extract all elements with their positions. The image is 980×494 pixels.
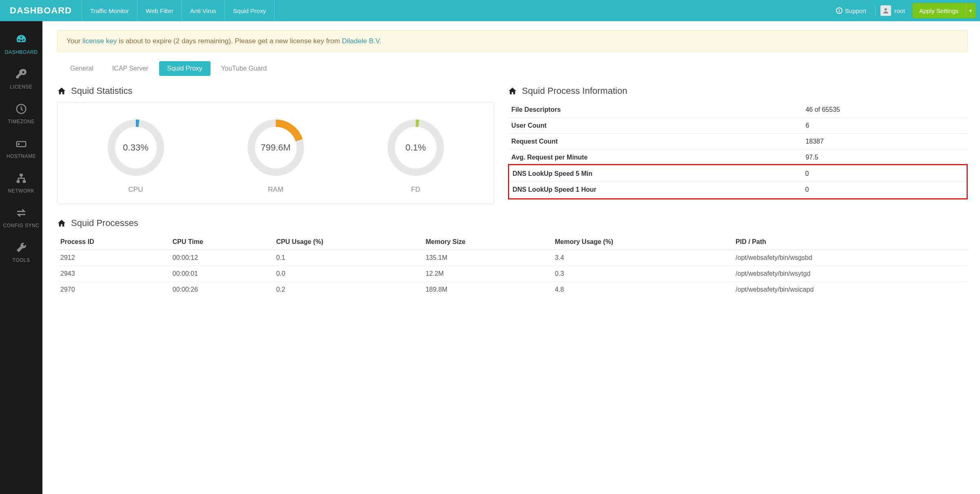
column-header: PID / Path bbox=[732, 234, 968, 250]
table-cell: 189.8M bbox=[422, 282, 552, 298]
dns-highlight-box: DNS LookUp Speed 5 Min0DNS LookUp Speed … bbox=[508, 164, 968, 199]
info-row: Request Count18387 bbox=[508, 134, 968, 150]
donut-value: 799.6M bbox=[245, 117, 306, 178]
sidebar-item-network[interactable]: NETWORK bbox=[0, 166, 42, 200]
vendor-link[interactable]: Diladele B.V. bbox=[342, 37, 381, 45]
donut-chart: 0.33% bbox=[105, 117, 166, 178]
key-icon bbox=[15, 68, 27, 82]
topnav-item-anti-virus[interactable]: Anti Virus bbox=[182, 0, 225, 21]
sidebar-item-timezone[interactable]: TIMEZONE bbox=[0, 96, 42, 131]
tab-icap-server[interactable]: ICAP Server bbox=[104, 61, 157, 76]
svg-rect-8 bbox=[17, 180, 20, 183]
user-menu[interactable]: root bbox=[880, 5, 907, 16]
license-key-link[interactable]: license key bbox=[82, 37, 117, 45]
table-cell: 12.2M bbox=[422, 266, 552, 282]
column-header: Process ID bbox=[57, 234, 169, 250]
info-key: Avg. Request per Minute bbox=[508, 150, 802, 166]
sidebar-label: HOSTNAME bbox=[7, 153, 36, 159]
table-row: 291200:00:120.1135.1M3.4/opt/websafety/b… bbox=[57, 250, 968, 266]
sidebar-label: TOOLS bbox=[13, 257, 30, 263]
column-header: CPU Usage (%) bbox=[273, 234, 422, 250]
table-cell: 00:00:12 bbox=[169, 250, 273, 266]
sidebar-item-dashboard[interactable]: DASHBOARD bbox=[0, 27, 42, 62]
svg-point-3 bbox=[885, 8, 887, 11]
topnav-item-squid-proxy[interactable]: Squid Proxy bbox=[225, 0, 275, 21]
main-content: Your license key is about to expire (2 d… bbox=[42, 21, 980, 494]
svg-rect-2 bbox=[839, 9, 840, 10]
svg-rect-7 bbox=[20, 174, 23, 176]
tab-general[interactable]: General bbox=[62, 61, 102, 76]
sidebar-item-tools[interactable]: TOOLS bbox=[0, 235, 42, 270]
table-cell: 0.2 bbox=[273, 282, 422, 298]
squid-processes-title: Squid Processes bbox=[57, 218, 968, 228]
user-name: root bbox=[894, 7, 905, 14]
squid-process-info-title: Squid Process Information bbox=[508, 86, 968, 96]
avatar-icon bbox=[880, 5, 891, 16]
donut-chart: 0.1% bbox=[385, 117, 446, 178]
home-icon bbox=[508, 86, 517, 95]
process-info-highlight-table: DNS LookUp Speed 5 Min0DNS LookUp Speed … bbox=[509, 166, 967, 197]
table-cell: 0.3 bbox=[552, 266, 732, 282]
donut-label: FD bbox=[411, 186, 420, 194]
table-cell: 3.4 bbox=[552, 250, 732, 266]
gauge-icon bbox=[15, 33, 27, 47]
apply-settings-button[interactable]: Apply Settings bbox=[912, 3, 965, 18]
table-cell: 2970 bbox=[57, 282, 169, 298]
info-value: 46 of 65535 bbox=[802, 102, 968, 118]
donut-fd: 0.1%FD bbox=[385, 117, 446, 194]
sidebar-label: CONFIG SYNC bbox=[3, 223, 40, 228]
donut-chart: 799.6M bbox=[245, 117, 306, 178]
brand-logo[interactable]: DASHBOARD bbox=[0, 0, 82, 21]
sidebar-label: TIMEZONE bbox=[8, 119, 35, 124]
topnav-item-web-filter[interactable]: Web Filter bbox=[137, 0, 182, 21]
support-link[interactable]: Support bbox=[832, 7, 871, 14]
column-header: Memory Usage (%) bbox=[552, 234, 732, 250]
info-value: 18387 bbox=[802, 134, 968, 150]
svg-point-6 bbox=[18, 144, 20, 145]
divider bbox=[875, 5, 876, 16]
support-label: Support bbox=[845, 7, 867, 14]
donut-label: CPU bbox=[129, 186, 143, 194]
donut-value: 0.1% bbox=[385, 117, 446, 178]
info-key: User Count bbox=[508, 118, 802, 134]
info-value: 6 bbox=[802, 118, 968, 134]
info-key: Request Count bbox=[508, 134, 802, 150]
sidebar-item-license[interactable]: LICENSE bbox=[0, 62, 42, 96]
topnav-item-traffic-monitor[interactable]: Traffic Monitor bbox=[82, 0, 137, 21]
sidebar-item-config-sync[interactable]: CONFIG SYNC bbox=[0, 200, 42, 235]
donut-ram: 799.6MRAM bbox=[245, 117, 306, 194]
table-cell: 2943 bbox=[57, 266, 169, 282]
svg-rect-9 bbox=[23, 180, 26, 183]
info-key: DNS LookUp Speed 5 Min bbox=[509, 166, 802, 182]
donut-label: RAM bbox=[268, 186, 284, 194]
table-cell: /opt/websafety/bin/wsytgd bbox=[732, 266, 968, 282]
clock-icon bbox=[15, 103, 27, 116]
info-key: File Descriptors bbox=[508, 102, 802, 118]
apply-settings-dropdown[interactable]: ▼ bbox=[965, 3, 976, 18]
info-row: User Count6 bbox=[508, 118, 968, 134]
table-cell: 4.8 bbox=[552, 282, 732, 298]
home-icon bbox=[57, 86, 66, 95]
column-header: Memory Size bbox=[422, 234, 552, 250]
table-cell: 0.1 bbox=[273, 250, 422, 266]
tab-squid-proxy[interactable]: Squid Proxy bbox=[159, 61, 211, 76]
tab-youtube-guard[interactable]: YouTube Guard bbox=[213, 61, 275, 76]
squid-statistics-title: Squid Statistics bbox=[57, 86, 494, 96]
drive-icon bbox=[15, 137, 27, 151]
table-cell: 135.1M bbox=[422, 250, 552, 266]
top-bar: DASHBOARD Traffic MonitorWeb FilterAnti … bbox=[0, 0, 980, 21]
topbar-right: Support root Apply Settings ▼ bbox=[832, 0, 980, 21]
info-value: 0 bbox=[802, 182, 967, 198]
svg-rect-1 bbox=[839, 10, 840, 12]
sidebar-label: NETWORK bbox=[8, 188, 35, 194]
sidebar-label: LICENSE bbox=[10, 84, 33, 90]
table-cell: /opt/websafety/bin/wsgsbd bbox=[732, 250, 968, 266]
sidebar-item-hostname[interactable]: HOSTNAME bbox=[0, 131, 42, 166]
table-row: 297000:00:260.2189.8M4.8/opt/websafety/b… bbox=[57, 282, 968, 298]
processes-table: Process IDCPU TimeCPU Usage (%)Memory Si… bbox=[57, 234, 968, 297]
top-nav: Traffic MonitorWeb FilterAnti VirusSquid… bbox=[82, 0, 275, 21]
info-row: DNS LookUp Speed 1 Hour0 bbox=[509, 182, 967, 198]
info-icon bbox=[836, 7, 843, 14]
info-row: Avg. Request per Minute97.5 bbox=[508, 150, 968, 166]
table-cell: /opt/websafety/bin/wsicapd bbox=[732, 282, 968, 298]
